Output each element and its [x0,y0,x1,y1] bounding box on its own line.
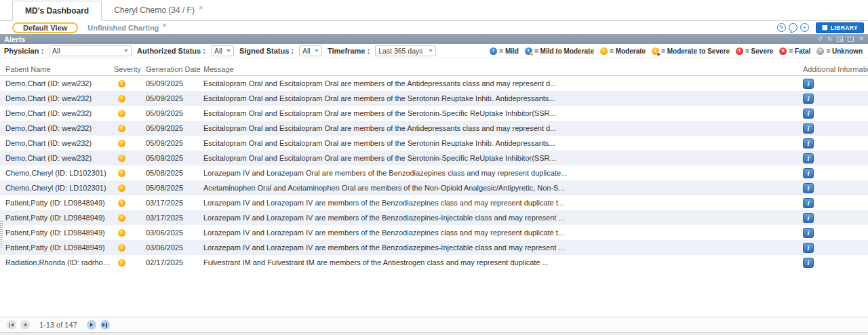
left-splitter-handle[interactable] [0,221,3,248]
table-row[interactable]: Demo,Chart (ID: wew232) 05/09/2025 Escit… [0,106,868,121]
column-header-message[interactable]: Message [203,65,792,73]
message-cell: Lorazepam IV and Lorazepam IV are member… [203,199,792,207]
view-toolbar-actions: ✎ + ▦ LIBRARY [777,22,864,33]
severity-moderate-icon [118,244,125,252]
view-label: Unfinished Charting [87,24,159,32]
patient-name-cell: Demo,Chart (ID: wew232) [5,79,114,87]
info-button[interactable]: i [803,138,814,149]
additional-info-cell: i [792,168,868,178]
legend-label: = Fatal [789,47,810,55]
close-icon[interactable]: ✕ [162,22,167,28]
info-button[interactable]: i [803,109,814,119]
additional-info-cell: i [792,183,868,193]
next-page-button[interactable] [87,320,96,330]
info-button[interactable]: i [803,198,814,208]
info-button[interactable]: i [803,258,814,268]
severity-cell [114,170,146,177]
column-header-generation-date[interactable]: Generation Date [146,65,203,73]
info-button[interactable]: i [803,228,814,238]
physician-dropdown[interactable]: All [49,45,132,56]
dock-panel-icon[interactable]: ◂ [837,37,843,42]
table-row[interactable]: Patient,Patty (ID: LD9848949) 03/06/2025… [0,240,868,255]
column-header-additional-information[interactable]: Additional Information [792,65,868,73]
legend-label: = Unknown [826,47,863,55]
column-header-severity[interactable]: Severity [114,65,146,73]
physician-label: Physician : [4,47,43,55]
severity-cell [114,110,146,117]
info-button[interactable]: i [803,123,814,134]
severity-moderate-icon [118,125,125,132]
table-row[interactable]: Patient,Patty (ID: LD9848949) 03/17/2025… [0,210,868,225]
patient-name-cell: Patient,Patty (ID: LD9848949) [5,229,114,237]
tab-mds-dashboard[interactable]: MD's Dashboard [12,1,102,21]
severity-moderate-icon [118,140,125,147]
comment-icon[interactable] [789,23,797,32]
close-panel-icon[interactable]: ✕ [859,36,864,42]
refresh-back-icon[interactable]: ↺ [817,36,823,42]
main-tab-bar: MD's Dashboard Cheryl Chemo (34 / F) ✕ [0,0,868,21]
message-cell: Lorazepam IV and Lorazepam IV are member… [203,243,792,252]
generation-date-cell: 02/17/2025 [146,258,203,267]
table-row[interactable]: Demo,Chart (ID: wew232) 05/09/2025 Escit… [0,76,868,91]
generation-date-cell: 05/09/2025 [146,94,203,102]
timeframe-label: Timeframe : [328,47,370,55]
info-button[interactable]: i [803,168,814,178]
alerts-table-header: Patient Name Severity Generation Date Me… [0,62,868,76]
table-row[interactable]: Demo,Chart (ID: wew232) 05/09/2025 Escit… [0,136,868,151]
table-row[interactable]: Patient,Patty (ID: LD9848949) 03/17/2025… [0,195,868,210]
chevron-down-icon [315,50,319,52]
severity-moderate-icon [118,184,125,192]
additional-info-cell: i [792,213,868,223]
generation-date-cell: 05/09/2025 [146,79,203,87]
message-cell: Escitalopram Oral and Escitalopram Oral … [203,94,792,102]
legend-label: = Mild to Moderate [534,47,594,55]
pagination-range: 1-13 of 147 [39,321,77,329]
timeframe-dropdown[interactable]: Last 365 days [375,45,436,56]
chevron-down-icon [226,50,231,52]
severity-unknown-icon [816,47,824,55]
table-row[interactable]: Demo,Chart (ID: wew232) 05/09/2025 Escit… [0,91,868,106]
message-cell: Escitalopram Oral and Escitalopram Oral … [203,124,792,132]
close-icon[interactable]: ✕ [199,5,203,11]
dropdown-value: All [302,47,311,55]
previous-page-button[interactable] [20,320,30,330]
message-cell: Lorazepam IV and Lorazepam IV are member… [203,229,792,237]
table-row[interactable]: Chemo,Cheryl (ID: LD102301) 05/08/2025 L… [0,165,868,180]
view-unfinished-charting[interactable]: Unfinished Charting ✕ [87,24,167,32]
generation-date-cell: 05/09/2025 [146,124,203,132]
last-page-button[interactable] [100,320,110,330]
severity-moderate-icon [118,110,125,117]
table-row[interactable]: Chemo,Cheryl (ID: LD102301) 05/08/2025 A… [0,180,868,195]
signed-status-dropdown[interactable]: All [299,45,322,56]
severity-moderate-icon [118,80,125,87]
info-button[interactable]: i [803,79,814,89]
info-button[interactable]: i [803,94,814,104]
info-button[interactable]: i [803,153,814,163]
severity-moderate-icon [118,259,125,267]
authorized-status-dropdown[interactable]: All [211,45,234,56]
refresh-icon[interactable]: ↻ [827,36,833,42]
table-row[interactable]: Radiation,Rhonda (ID: radrhonda) 02/17/2… [0,255,868,270]
message-cell: Fulvestrant IM and Fulvestrant IM are me… [203,258,792,267]
table-row[interactable]: Patient,Patty (ID: LD9848949) 03/06/2025… [0,225,868,240]
library-button[interactable]: ▦ LIBRARY [816,22,864,33]
column-header-patient-name[interactable]: Patient Name [5,65,114,73]
tab-patient-cheryl-chemo[interactable]: Cheryl Chemo (34 / F) ✕ [102,0,215,20]
chevron-down-icon [124,50,128,52]
info-button[interactable]: i [803,213,814,223]
first-page-button[interactable] [7,320,16,330]
table-row[interactable]: Demo,Chart (ID: wew232) 05/09/2025 Escit… [0,151,868,165]
info-button[interactable]: i [803,243,814,253]
edit-view-icon[interactable]: ✎ [777,23,786,32]
info-button[interactable]: i [803,183,814,193]
severity-fatal-icon [779,47,787,55]
maximize-icon[interactable] [848,37,854,42]
view-default-view[interactable]: Default View [12,22,78,33]
library-label: LIBRARY [831,24,858,31]
severity-moderate-icon [118,155,125,162]
table-row[interactable]: Demo,Chart (ID: wew232) 05/09/2025 Escit… [0,121,868,136]
add-view-icon[interactable]: + [800,23,809,32]
signed-status-label: Signed Status : [239,47,294,55]
patient-name-cell: Patient,Patty (ID: LD9848949) [5,199,114,207]
severity-mild-icon [490,47,497,55]
